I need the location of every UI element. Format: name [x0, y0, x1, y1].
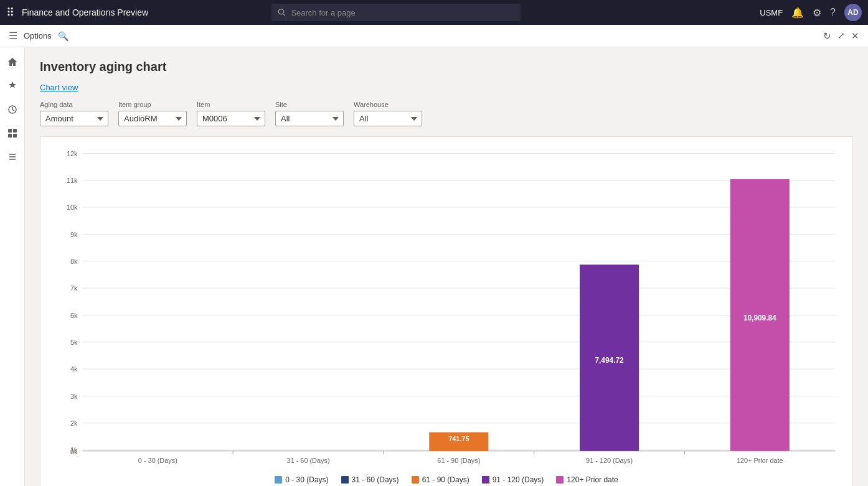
secondbar: ☰ Options 🔍 ↻ ⤢ ✕	[0, 25, 868, 47]
refresh-icon[interactable]: ↻	[823, 30, 831, 42]
app-title: Finance and Operations Preview	[22, 7, 148, 17]
legend-color-91-120	[482, 476, 489, 484]
sidebar-list[interactable]	[2, 147, 22, 167]
bar-chart: 12k 11k 10k 9k 8k 7k 6k 5k 4k 3k 2k 1k 0…	[45, 147, 847, 470]
svg-text:5k: 5k	[70, 339, 78, 346]
chart-area: 12k 11k 10k 9k 8k 7k 6k 5k 4k 3k 2k 1k 0…	[45, 147, 847, 470]
svg-text:11k: 11k	[67, 177, 78, 184]
grid-icon[interactable]: ⠿	[6, 6, 14, 19]
svg-rect-5	[8, 134, 12, 138]
svg-text:9k: 9k	[70, 230, 78, 238]
svg-text:4k: 4k	[70, 365, 78, 373]
svg-text:10,909.84: 10,909.84	[743, 313, 776, 322]
legend-color-120plus	[556, 476, 564, 484]
help-icon[interactable]: ?	[830, 7, 836, 18]
svg-rect-4	[13, 129, 17, 133]
home-icon	[7, 57, 17, 67]
settings-icon[interactable]: ⚙	[813, 7, 821, 19]
site-select[interactable]: All	[275, 111, 344, 126]
aging-data-label: Aging data	[40, 101, 108, 108]
svg-rect-3	[8, 129, 12, 133]
close-icon[interactable]: ✕	[851, 30, 859, 42]
legend-label-61-90: 61 - 90 (Days)	[422, 475, 469, 484]
topbar-right: USMF 🔔 ⚙ ? AD	[760, 4, 862, 21]
hamburger-icon[interactable]: ☰	[9, 30, 17, 42]
legend-label-31-60: 31 - 60 (Days)	[352, 475, 399, 484]
aging-data-select[interactable]: Amount Quantity Value	[40, 111, 108, 126]
layout: Inventory aging chart Chart view Aging d…	[0, 47, 868, 486]
svg-point-0	[278, 9, 283, 14]
svg-text:8k: 8k	[70, 258, 78, 265]
chart-view-link[interactable]: Chart view	[40, 83, 78, 92]
svg-text:91 - 120 (Days): 91 - 120 (Days)	[586, 456, 633, 464]
item-filter: Item M0006 All	[197, 101, 265, 126]
notification-icon[interactable]: 🔔	[791, 7, 804, 19]
filter-row: Aging data Amount Quantity Value Item gr…	[40, 101, 853, 126]
sidebar	[0, 47, 25, 486]
list-icon	[7, 152, 17, 162]
main-content: Inventory aging chart Chart view Aging d…	[25, 47, 868, 486]
star-icon	[7, 81, 17, 91]
legend-120plus: 120+ Prior date	[556, 475, 618, 484]
page-title: Inventory aging chart	[40, 60, 853, 74]
workspace-icon	[7, 128, 17, 138]
expand-icon[interactable]: ⤢	[837, 30, 845, 42]
site-filter: Site All	[275, 101, 344, 126]
secondbar-title: Options	[24, 31, 52, 40]
sidebar-home[interactable]	[2, 52, 22, 72]
svg-text:7,494.72: 7,494.72	[595, 356, 623, 365]
item-group-select[interactable]: AudioRM All	[118, 111, 187, 126]
topbar: ⠿ Finance and Operations Preview USMF 🔔 …	[0, 0, 868, 25]
legend-91-120: 91 - 120 (Days)	[482, 475, 544, 484]
warehouse-filter: Warehouse All	[354, 101, 422, 126]
legend-label-0-30: 0 - 30 (Days)	[285, 475, 328, 484]
legend-label-120plus: 120+ Prior date	[567, 475, 618, 484]
item-label: Item	[197, 101, 265, 108]
legend-label-91-120: 91 - 120 (Days)	[493, 475, 544, 484]
item-group-filter: Item group AudioRM All	[118, 101, 187, 126]
user-avatar[interactable]: AD	[844, 4, 862, 21]
svg-text:6k: 6k	[70, 311, 78, 319]
warehouse-label: Warehouse	[354, 101, 422, 108]
chart-legend: 0 - 30 (Days) 31 - 60 (Days) 61 - 90 (Da…	[45, 470, 847, 486]
chart-container: 12k 11k 10k 9k 8k 7k 6k 5k 4k 3k 2k 1k 0…	[40, 136, 853, 486]
search-icon	[278, 8, 286, 17]
secondbar-actions: ↻ ⤢ ✕	[823, 30, 859, 42]
search-icon-secondary[interactable]: 🔍	[58, 31, 68, 41]
legend-color-61-90	[412, 476, 419, 484]
clock-icon	[7, 105, 17, 114]
svg-text:3k: 3k	[70, 392, 78, 400]
svg-line-1	[283, 14, 285, 16]
user-label: USMF	[760, 8, 783, 17]
legend-color-0-30	[275, 476, 282, 484]
legend-31-60: 31 - 60 (Days)	[341, 475, 399, 484]
search-input[interactable]	[291, 8, 514, 17]
svg-text:10k: 10k	[67, 203, 78, 211]
sidebar-favorites[interactable]	[2, 76, 22, 96]
svg-text:0k: 0k	[70, 448, 78, 456]
legend-61-90: 61 - 90 (Days)	[412, 475, 469, 484]
search-bar[interactable]	[271, 4, 521, 21]
svg-text:0 - 30 (Days): 0 - 30 (Days)	[138, 456, 177, 464]
sidebar-recent[interactable]	[2, 100, 22, 119]
svg-text:2k: 2k	[70, 419, 78, 427]
warehouse-select[interactable]: All	[354, 111, 422, 126]
legend-0-30: 0 - 30 (Days)	[275, 475, 328, 484]
legend-color-31-60	[341, 476, 349, 484]
site-label: Site	[275, 101, 344, 108]
sidebar-workspace[interactable]	[2, 123, 22, 143]
svg-text:7k: 7k	[70, 284, 78, 292]
svg-text:61 - 90 (Days): 61 - 90 (Days)	[437, 456, 480, 464]
svg-text:31 - 60 (Days): 31 - 60 (Days)	[287, 456, 330, 464]
item-group-label: Item group	[118, 101, 187, 108]
svg-rect-6	[13, 134, 17, 138]
aging-data-filter: Aging data Amount Quantity Value	[40, 101, 108, 126]
svg-text:741.75: 741.75	[448, 435, 469, 442]
item-select[interactable]: M0006 All	[197, 111, 265, 126]
svg-text:120+ Prior date: 120+ Prior date	[737, 456, 783, 464]
svg-text:12k: 12k	[67, 149, 78, 157]
